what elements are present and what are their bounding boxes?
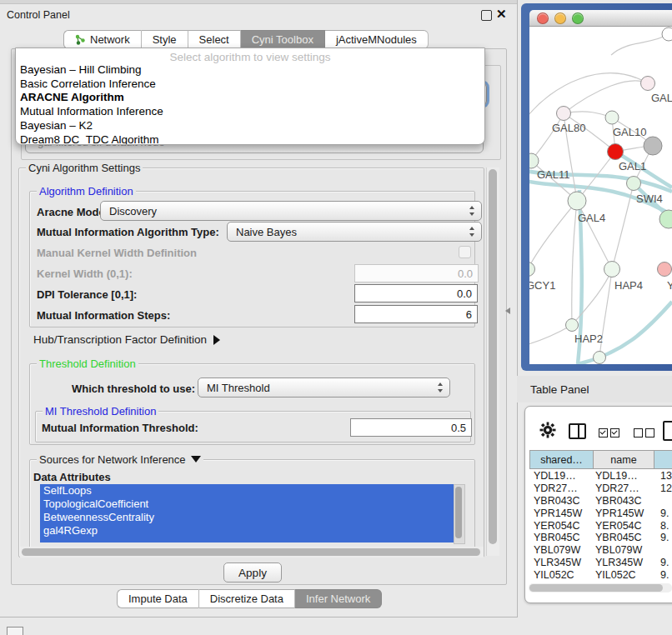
table-row[interactable]: YPR145WYPR145W9. [529, 507, 672, 519]
minimized-panel-icon[interactable] [7, 627, 23, 635]
tab-style[interactable]: Style [142, 30, 188, 49]
split-columns-icon[interactable] [569, 423, 586, 439]
kernel-width-field[interactable]: 0.0 [354, 264, 479, 282]
network-node[interactable] [605, 111, 619, 124]
algorithm-definition-title: Algorithm Definition [37, 185, 136, 198]
network-node-label: GAL10 [613, 126, 646, 138]
network-graph: GALGAL80GAL10GAL1GAL11SWI4GAL4GCY1HAP4YH… [529, 27, 672, 364]
settings-horizontal-scrollbar[interactable] [20, 547, 484, 558]
close-traffic-light-icon[interactable] [537, 12, 549, 24]
settings-gear-icon[interactable] [539, 422, 556, 438]
tab-select[interactable]: Select [188, 30, 241, 49]
zoom-traffic-light-icon[interactable] [572, 12, 584, 24]
mi-threshold-field[interactable]: 0.5 [350, 418, 472, 437]
network-node-label: SWI4 [636, 192, 663, 205]
which-threshold-label: Which threshold to use: [72, 382, 195, 395]
scrollbar-thumb[interactable] [489, 169, 497, 544]
which-threshold-combo[interactable]: MI Threshold [198, 378, 450, 398]
algorithm-option[interactable]: Bayesian – K2 [16, 119, 484, 133]
network-node[interactable] [529, 262, 535, 277]
table-row[interactable]: YDR27…YDR27…12 [529, 482, 672, 495]
float-window-icon[interactable] [481, 10, 492, 21]
network-node[interactable] [662, 28, 672, 41]
network-node[interactable] [644, 137, 662, 155]
mi-steps-field[interactable]: 6 [354, 305, 478, 323]
attribute-list-item[interactable]: BetweennessCentrality [40, 511, 454, 524]
table-cell: 13 [652, 470, 672, 482]
column-header-partial[interactable] [654, 450, 672, 469]
algorithm-option[interactable]: Bayesian – Hill Climbing [16, 63, 484, 78]
dpi-tolerance-field[interactable]: 0.0 [354, 284, 478, 302]
control-panel-tabbar: Network Style Select Cyni Toolbox jActiv… [63, 30, 429, 49]
column-header-shared[interactable]: shared… [529, 450, 594, 469]
network-node[interactable] [658, 262, 672, 277]
algorithm-option[interactable]: ARACNE Algorithm [16, 91, 484, 105]
network-node[interactable] [566, 319, 579, 332]
table-cell: 9. [652, 508, 669, 519]
unchecked-box-icon [634, 428, 643, 438]
attributes-scrollbar[interactable] [454, 484, 465, 544]
table-cell: YBL079W [592, 544, 652, 556]
table-cell: YPR145W [529, 508, 592, 519]
table-row[interactable]: YER054CYER054C8. [529, 519, 672, 532]
table-cell: YIL052C [529, 569, 592, 581]
settings-vertical-scrollbar[interactable] [486, 168, 499, 556]
table-cell: YBL079W [529, 544, 592, 556]
minimize-traffic-light-icon[interactable] [554, 12, 566, 24]
algorithm-option[interactable]: Mutual Information Inference [16, 105, 484, 119]
sources-group-title: Sources for Network Inference [37, 453, 203, 466]
tab-impute-data[interactable]: Impute Data [117, 589, 199, 608]
network-node-label: GAL1 [619, 160, 646, 172]
attribute-list-item[interactable]: TopologicalCoefficient [40, 498, 454, 511]
scrollbar-thumb[interactable] [455, 487, 462, 538]
splitter-handle-icon[interactable] [505, 308, 510, 314]
deselect-all-checkboxes-icon[interactable] [634, 426, 657, 441]
select-all-checkboxes-icon[interactable] [599, 426, 622, 441]
network-node[interactable] [557, 107, 571, 121]
table-row[interactable]: YDL19…YDL19…13 [529, 470, 672, 482]
table-horizontal-scrollbar[interactable] [529, 583, 672, 592]
mi-threshold-label: Mutual Information Threshold: [42, 422, 198, 434]
manual-kernel-checkbox[interactable] [459, 246, 471, 258]
scrollbar-thumb[interactable] [529, 584, 663, 592]
network-window-titlebar[interactable] [529, 10, 672, 27]
scrollbar-thumb[interactable] [22, 548, 480, 556]
mi-type-combo[interactable]: Naive Bayes [227, 222, 482, 242]
network-icon [75, 34, 86, 45]
table-row[interactable]: YLR345WYLR345W9. [529, 557, 672, 569]
tab-infer-network[interactable]: Infer Network [295, 589, 382, 608]
network-node-label: HAP2 [574, 332, 603, 345]
algorithm-option[interactable]: Dream8 DC_TDC Algorithm [16, 133, 484, 145]
tab-jactivemnodules[interactable]: jActiveMNodules [325, 30, 429, 49]
apply-button[interactable]: Apply [223, 562, 282, 582]
bottom-tabbar: Impute Data Discretize Data Infer Networ… [117, 589, 382, 608]
tab-cyni-toolbox[interactable]: Cyni Toolbox [241, 30, 325, 49]
table-cell: 12 [652, 482, 672, 494]
table-row[interactable]: YBL079WYBL079W [529, 544, 672, 557]
table-row[interactable]: YBR045CYBR045C9. [529, 532, 672, 544]
table-header: shared… name [529, 450, 672, 469]
hub-definition-expander[interactable]: Hub/Transcription Factor Definition [33, 333, 220, 346]
network-node[interactable] [641, 77, 655, 91]
column-header-name[interactable]: name [594, 450, 654, 469]
network-node[interactable] [604, 262, 620, 278]
combo-spinner-icon [469, 206, 475, 216]
network-node[interactable] [608, 144, 624, 160]
network-node[interactable] [568, 192, 586, 210]
table-row[interactable]: YIL052CYIL052C9. [529, 568, 672, 581]
tab-network[interactable]: Network [63, 30, 142, 49]
attribute-list-item[interactable]: gal4RGexp [40, 524, 454, 538]
table-cell: YER054C [529, 520, 592, 532]
close-icon[interactable]: ✕ [496, 7, 507, 22]
threshold-definition-title: Threshold Definition [37, 358, 138, 370]
document-icon[interactable] [663, 421, 672, 441]
algorithm-option[interactable]: Basic Correlation Inference [16, 78, 484, 92]
table-row[interactable]: YBR043CYBR043C [529, 495, 672, 508]
attribute-list-item[interactable]: SelfLoops [40, 484, 454, 498]
network-node[interactable] [627, 177, 641, 191]
aracne-mode-combo[interactable]: Discovery [100, 201, 482, 221]
network-view-canvas[interactable]: GALGAL80GAL10GAL1GAL11SWI4GAL4GCY1HAP4YH… [529, 27, 672, 364]
tab-discretize-data[interactable]: Discretize Data [199, 589, 295, 608]
network-node[interactable] [594, 352, 606, 364]
network-node[interactable] [659, 210, 672, 228]
